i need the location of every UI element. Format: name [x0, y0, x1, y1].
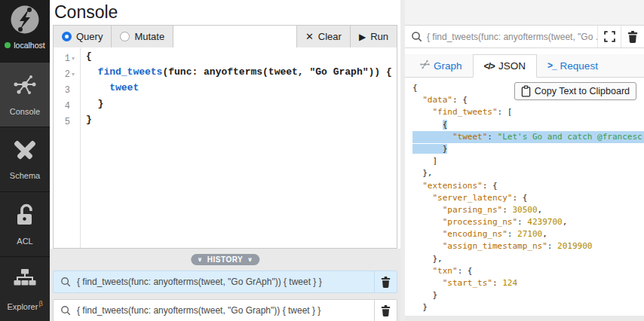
json-line: } [412, 143, 644, 155]
chevron-down-icon: ∨ [247, 256, 253, 263]
toolbar-spacer [173, 26, 296, 47]
beta-badge: β [38, 300, 42, 307]
sidebar-item-label: ACL [17, 237, 32, 246]
trash-icon [381, 277, 391, 288]
json-line: } [412, 301, 644, 313]
json-line: "assign_timestamp_ns": 2019900 [412, 240, 644, 252]
sidebar-item-acl[interactable]: ACL [0, 191, 50, 256]
fold-icon[interactable]: ▾ [72, 55, 78, 62]
query-editor[interactable]: 1▾2▾345 { find_tweets(func: anyofterms(t… [53, 47, 397, 249]
json-line: }, [412, 253, 644, 265]
results-top-strip [405, 0, 644, 25]
ratel-console-app: localhost Console [0, 0, 644, 321]
history-toggle[interactable]: ∨ HISTORY ∨ [191, 254, 259, 265]
json-line: "txn": { [412, 265, 644, 277]
search-icon [60, 277, 71, 287]
history-list: { find_tweets(func: anyofterms(tweet, "G… [50, 271, 400, 321]
trash-icon [627, 31, 638, 43]
json-line: "server_latency": { [412, 192, 644, 204]
mutate-mode-button[interactable]: Mutate [112, 26, 173, 47]
tab-graph[interactable]: Graph [409, 54, 473, 77]
query-mode-button[interactable]: Query [54, 26, 112, 47]
connected-dot-icon [5, 42, 11, 48]
horizontal-scrollbar[interactable] [405, 316, 644, 321]
server-block: localhost [0, 0, 50, 62]
play-icon: ▶ [359, 32, 366, 42]
fold-icon[interactable]: ▾ [72, 71, 78, 78]
json-line: }, [412, 167, 644, 179]
code-line: } [86, 98, 392, 114]
result-query-bar: { find_tweets(func: anyofterms(tweet, "G… [405, 25, 644, 48]
json-line: "encoding_ns": 27100, [412, 228, 644, 240]
chevron-down-icon: ∨ [198, 256, 203, 263]
run-button[interactable]: ▶ Run [350, 26, 397, 47]
graph-icon [12, 73, 38, 100]
fullscreen-icon [604, 31, 615, 42]
results-tabs: Graph </> JSON >_ Request [405, 54, 644, 78]
query-toolbar: Query Mutate ✕ Clear ▶ Run [53, 25, 397, 48]
graph-icon [420, 60, 430, 72]
results-panel: { find_tweets(func: anyofterms(tweet, "G… [405, 0, 644, 321]
radio-unselected-icon [120, 32, 130, 41]
history-section: ∨ HISTORY ∨ { find_tweets(func: anyofter… [50, 249, 400, 321]
sitemap-icon [13, 268, 37, 293]
search-icon [60, 305, 71, 316]
json-line: "start_ts": 124 [412, 277, 644, 289]
json-line: "extensions": { [412, 180, 644, 192]
dgraph-logo [11, 5, 39, 37]
json-line: "processing_ns": 4239700, [412, 216, 644, 228]
history-query[interactable]: { find_tweets(func: anyofterms(tweet, "G… [54, 300, 374, 321]
search-icon [405, 31, 427, 42]
sidebar-item-label: Schema [10, 171, 40, 180]
clear-button[interactable]: ✕ Clear [296, 26, 350, 47]
editor-code: { find_tweets(func: anyofterms(tweet, "G… [81, 47, 392, 248]
sidebar-item-schema[interactable]: Schema [0, 127, 50, 191]
json-line: } [412, 314, 644, 315]
json-line: "tweet": "Let's Go and catch @francesc [412, 131, 644, 143]
sidebar-item-label: Explorerβ [7, 300, 42, 311]
lock-open-icon [14, 203, 35, 230]
sidebar-item-console[interactable]: Console [0, 62, 50, 127]
json-line: { [412, 119, 644, 131]
code-line: } [86, 114, 392, 130]
terminal-icon: >_ [547, 60, 557, 71]
sidebar-item-label: Console [10, 107, 40, 116]
page-title: Console [50, 0, 400, 23]
code-line: { [86, 50, 392, 66]
history-item[interactable]: { find_tweets(func: anyofterms(tweet, "G… [53, 299, 397, 321]
copy-to-clipboard-button[interactable]: Copy Text to Clipboard [514, 82, 636, 100]
history-item[interactable]: { find_tweets(func: anyofterms(tweet, "G… [53, 271, 397, 293]
code-line: find_tweets(func: anyofterms(tweet, "Go … [86, 66, 392, 82]
json-line: "parsing_ns": 30500, [412, 204, 644, 216]
radio-selected-icon [62, 32, 72, 41]
sidebar: localhost Console [0, 0, 50, 321]
json-output: Copy Text to Clipboard { "data": { "find… [405, 78, 644, 315]
server-status[interactable]: localhost [5, 41, 44, 50]
query-panel: Console Query Mutate ✕ Clear ▶ Run 1▾2▾3… [50, 0, 400, 321]
json-line: ] [412, 155, 644, 167]
code-icon: </> [484, 61, 495, 72]
tab-json[interactable]: </> JSON [473, 54, 537, 78]
code-line: tweet [86, 82, 392, 98]
server-label: localhost [14, 41, 44, 50]
history-delete-button[interactable] [374, 271, 397, 292]
json-line: } [412, 289, 644, 301]
tab-request[interactable]: >_ Request [537, 54, 609, 77]
json-line: "find_tweets": [ [412, 106, 644, 118]
trash-icon [381, 305, 391, 316]
editor-gutter: 1▾2▾345 [54, 47, 81, 248]
history-query[interactable]: { find_tweets(func: anyofterms(tweet, "G… [54, 271, 374, 292]
sidebar-item-explorer[interactable]: Explorerβ [0, 256, 50, 321]
delete-result-button[interactable] [621, 26, 644, 47]
result-query-input[interactable]: { find_tweets(func: anyofterms(tweet, "G… [427, 32, 597, 42]
json-lines: { "data": { "find_tweets": [ { "tweet": … [412, 82, 644, 315]
fullscreen-button[interactable] [597, 26, 621, 47]
clear-x-icon: ✕ [305, 31, 314, 42]
schema-icon [13, 139, 37, 164]
clipboard-icon [521, 85, 531, 97]
history-delete-button[interactable] [374, 300, 397, 321]
